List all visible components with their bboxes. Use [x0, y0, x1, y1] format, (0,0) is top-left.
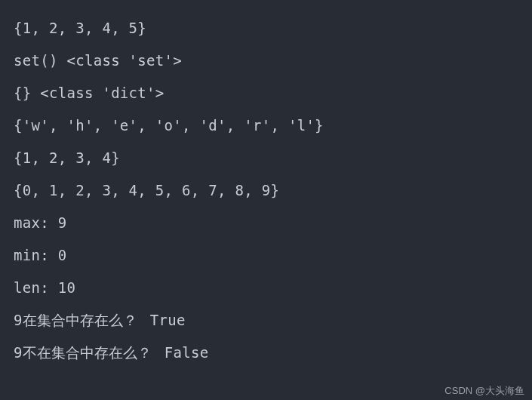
output-line: set() <class 'set'> — [14, 45, 518, 77]
line-suffix: {1, 2, 3, 4} — [14, 149, 120, 166]
line-suffix: {} <class 'dict'> — [14, 85, 165, 101]
line-suffix: True — [141, 312, 186, 328]
line-suffix: False — [155, 344, 208, 361]
line-suffix: max: 9 — [14, 214, 66, 231]
output-line: max: 9 — [14, 207, 518, 239]
line-cjk: 在集合中存在么？ — [23, 312, 141, 328]
output-line: 9在集合中存在么？ True — [14, 304, 518, 337]
line-suffix: min: 0 — [14, 247, 66, 263]
output-line: {'w', 'h', 'e', 'o', 'd', 'r', 'l'} — [14, 109, 518, 142]
output-line: {1, 2, 3, 4, 5} — [14, 12, 518, 45]
line-prefix: 9 — [14, 312, 23, 328]
output-line: min: 0 — [14, 239, 518, 272]
line-cjk: 不在集合中存在么？ — [23, 345, 155, 361]
output-line: len: 10 — [14, 272, 518, 304]
line-suffix: len: 10 — [14, 279, 75, 296]
output-line: 9不在集合中存在么？ False — [14, 337, 518, 369]
console-output: {1, 2, 3, 4, 5} set() <class 'set'> {} <… — [0, 0, 532, 400]
watermark-text: CSDN @大头海鱼 — [444, 386, 524, 395]
line-suffix: set() <class 'set'> — [14, 52, 182, 69]
output-line: {} <class 'dict'> — [14, 77, 518, 109]
output-line: {0, 1, 2, 3, 4, 5, 6, 7, 8, 9} — [14, 174, 518, 207]
line-suffix: {'w', 'h', 'e', 'o', 'd', 'r', 'l'} — [14, 117, 324, 134]
line-suffix: {1, 2, 3, 4, 5} — [14, 20, 146, 36]
line-suffix: {0, 1, 2, 3, 4, 5, 6, 7, 8, 9} — [14, 182, 279, 198]
line-prefix: 9 — [14, 344, 23, 361]
output-line: {1, 2, 3, 4} — [14, 142, 518, 174]
